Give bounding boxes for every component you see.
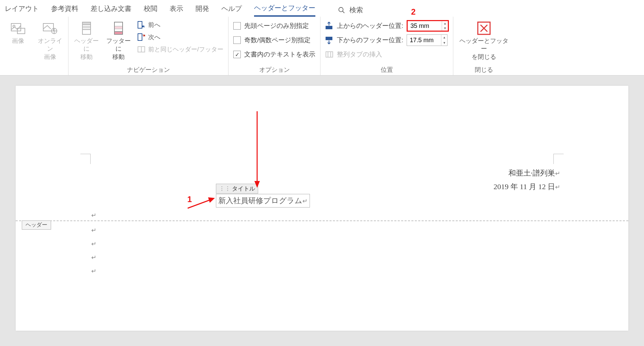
search-box[interactable]: 検索 bbox=[338, 5, 363, 15]
nav-link-prev-button: 前と同じヘッダー/フッター bbox=[136, 43, 225, 55]
align-tab-label: 整列タブの挿入 bbox=[337, 50, 382, 59]
group-insert-label bbox=[3, 64, 65, 74]
annotation-1: 1 bbox=[187, 195, 192, 204]
svg-rect-19 bbox=[326, 52, 333, 57]
nav-prev-label: 前へ bbox=[148, 21, 160, 29]
opt-show-text[interactable]: ✓ 文書内のテキストを表示 bbox=[232, 47, 317, 62]
nav-next-label: 次へ bbox=[148, 33, 160, 41]
goto-header-button: ヘッダーに 移動 bbox=[72, 19, 101, 63]
para-mark: ↵ bbox=[91, 254, 96, 261]
header-pos-icon bbox=[325, 21, 333, 30]
margin-mark-left bbox=[80, 154, 91, 164]
footer-pos-input[interactable] bbox=[407, 35, 441, 46]
para-mark: ↵ bbox=[91, 227, 96, 234]
goto-footer-icon bbox=[113, 21, 124, 35]
insert-online-image-label: オンライン 画像 bbox=[36, 37, 64, 61]
checkbox-unchecked-icon bbox=[233, 36, 241, 44]
opt-show-text-label: 文書内のテキストを表示 bbox=[244, 50, 315, 59]
spin-down-icon[interactable]: ▼ bbox=[441, 40, 447, 46]
align-tab-button: 整列タブの挿入 bbox=[324, 47, 450, 62]
title-field-value: 新入社員研修プログラム bbox=[218, 196, 302, 205]
ribbon-body: 画像 オンライン 画像 ヘッダーに 移動 bbox=[0, 17, 644, 75]
header-author: 和亜土·譜列巣↵ bbox=[508, 168, 561, 178]
opt-odd-even[interactable]: 奇数/偶数ページ別指定 bbox=[232, 33, 317, 47]
title-tag-label: タイトル bbox=[232, 185, 255, 193]
insert-image-label: 画像 bbox=[12, 37, 24, 45]
footer-position-row: 下からのフッター位置: ▲ ▼ bbox=[324, 33, 450, 47]
tab-view[interactable]: 表示 bbox=[170, 4, 183, 16]
group-options-label: オプション bbox=[232, 63, 317, 74]
header-position-row: 上からのヘッダー位置: ▲ ▼ bbox=[324, 19, 450, 33]
nav-prev-button[interactable]: 前へ bbox=[136, 19, 225, 31]
header-region-tag-label: ヘッダー bbox=[26, 222, 47, 228]
margin-mark-right bbox=[553, 154, 564, 164]
footer-pos-spinbox[interactable]: ▲ ▼ bbox=[407, 34, 447, 46]
group-insert: 画像 オンライン 画像 bbox=[0, 17, 68, 75]
tab-developer[interactable]: 開発 bbox=[195, 4, 209, 16]
header-pos-input[interactable] bbox=[408, 21, 442, 31]
svg-rect-12 bbox=[114, 26, 123, 29]
page[interactable]: 和亜土·譜列巣↵ 2019 年 11 月 12 日↵ ⋮⋮ タイトル 新入社員研… bbox=[16, 86, 628, 331]
group-position: 2 上からのヘッダー位置: ▲ ▼ bbox=[320, 17, 453, 75]
goto-footer-button[interactable]: フッターに 移動 bbox=[104, 19, 133, 63]
header-author-text: 和亜土·譜列巣 bbox=[508, 169, 555, 177]
spin-up-icon[interactable]: ▲ bbox=[441, 35, 447, 40]
tab-review[interactable]: 校閲 bbox=[144, 4, 157, 16]
footer-pos-icon bbox=[325, 36, 333, 45]
title-field[interactable]: 新入社員研修プログラム↵ bbox=[216, 194, 310, 208]
checkbox-checked-icon: ✓ bbox=[233, 51, 241, 58]
svg-rect-17 bbox=[326, 26, 332, 29]
insert-online-image-button: オンライン 画像 bbox=[35, 19, 65, 63]
title-field-tag[interactable]: ⋮⋮ タイトル bbox=[216, 184, 258, 194]
tab-help[interactable]: ヘルプ bbox=[221, 4, 242, 16]
align-tab-icon bbox=[325, 50, 333, 59]
svg-rect-18 bbox=[326, 37, 332, 40]
svg-rect-11 bbox=[114, 32, 123, 34]
tab-header-footer[interactable]: ヘッダーとフッター bbox=[254, 3, 315, 17]
svg-line-1 bbox=[343, 11, 345, 13]
tab-references[interactable]: 参考資料 bbox=[51, 4, 78, 16]
svg-rect-8 bbox=[82, 22, 91, 25]
prev-icon bbox=[137, 21, 145, 29]
para-mark: ↵ bbox=[91, 240, 96, 248]
para-mark: ↵ bbox=[91, 267, 96, 275]
checkbox-unchecked-icon bbox=[233, 22, 241, 30]
svg-marker-28 bbox=[208, 197, 215, 203]
header-date-text: 2019 年 11 月 12 日 bbox=[493, 182, 555, 191]
spin-down-icon[interactable]: ▼ bbox=[442, 26, 448, 31]
opt-first-page[interactable]: 先頭ページのみ別指定 bbox=[232, 19, 317, 33]
svg-rect-14 bbox=[138, 34, 142, 40]
annotation-2: 2 bbox=[411, 7, 415, 17]
tab-mailings[interactable]: 差し込み文書 bbox=[91, 4, 131, 16]
drag-handle-icon: ⋮⋮ bbox=[219, 185, 231, 192]
close-header-footer-button[interactable]: ヘッダーとフッター を閉じる bbox=[457, 19, 511, 63]
svg-rect-15 bbox=[138, 47, 141, 52]
nav-next-button[interactable]: 次へ bbox=[136, 31, 225, 43]
document-area: 和亜土·譜列巣↵ 2019 年 11 月 12 日↵ ⋮⋮ タイトル 新入社員研… bbox=[0, 76, 644, 341]
para-mark: ↵ bbox=[91, 212, 96, 219]
ribbon-tabs: レイアウト 参考資料 差し込み文書 校閲 表示 開発 ヘルプ ヘッダーとフッター… bbox=[0, 0, 644, 17]
tab-layout[interactable]: レイアウト bbox=[5, 4, 39, 16]
header-pos-spinbox[interactable]: ▲ ▼ bbox=[407, 20, 449, 32]
goto-header-label: ヘッダーに 移動 bbox=[73, 37, 100, 61]
group-navigation: ヘッダーに 移動 フッターに 移動 前へ 次へ bbox=[68, 17, 229, 75]
header-boundary bbox=[16, 220, 628, 221]
search-icon bbox=[338, 6, 345, 14]
spin-up-icon[interactable]: ▲ bbox=[442, 21, 448, 26]
group-options: 先頭ページのみ別指定 奇数/偶数ページ別指定 ✓ 文書内のテキストを表示 オプシ… bbox=[229, 17, 320, 75]
header-date: 2019 年 11 月 12 日↵ bbox=[493, 182, 560, 192]
svg-rect-13 bbox=[138, 21, 142, 28]
nav-link-prev-label: 前と同じヘッダー/フッター bbox=[148, 45, 223, 53]
svg-rect-16 bbox=[141, 47, 145, 52]
header-region-tag: ヘッダー bbox=[22, 220, 51, 230]
online-image-icon bbox=[43, 22, 58, 34]
group-close-label: 閉じる bbox=[457, 63, 511, 74]
svg-rect-9 bbox=[82, 27, 91, 30]
close-icon bbox=[476, 21, 491, 36]
insert-image-button: 画像 bbox=[3, 19, 33, 47]
group-position-label: 位置 bbox=[324, 63, 450, 74]
header-pos-label: 上からのヘッダー位置: bbox=[337, 21, 403, 30]
opt-odd-even-label: 奇数/偶数ページ別指定 bbox=[244, 36, 311, 45]
annotation-arrow-down bbox=[252, 111, 262, 190]
close-button-label: ヘッダーとフッター を閉じる bbox=[457, 37, 511, 61]
